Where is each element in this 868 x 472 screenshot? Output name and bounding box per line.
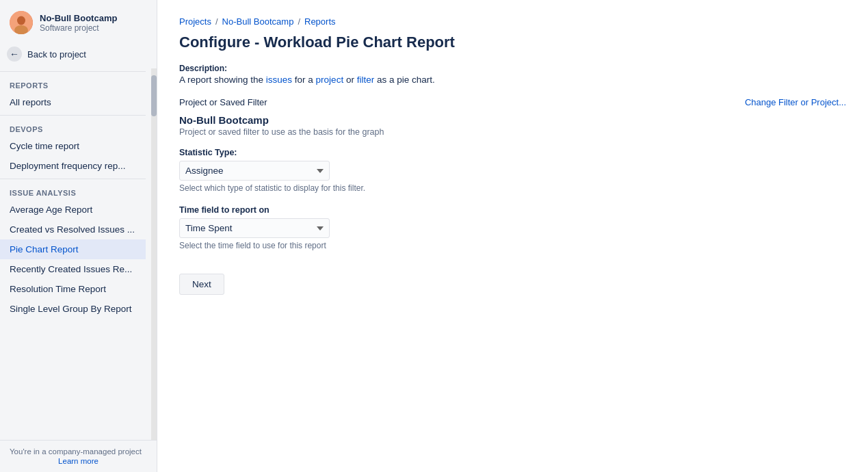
breadcrumb-project-name[interactable]: No-Bull Bootcamp bbox=[222, 16, 294, 27]
sidebar-item-single-level-group[interactable]: Single Level Group By Report bbox=[0, 299, 146, 319]
next-button[interactable]: Next bbox=[179, 274, 224, 295]
description-text: A report showing the issues for a projec… bbox=[179, 75, 846, 85]
back-label: Back to project bbox=[27, 49, 86, 60]
sidebar-scroll: Reports All reports DEVOPS Cycle time re… bbox=[0, 68, 151, 440]
main-content: Projects / No-Bull Bootcamp / Reports Co… bbox=[157, 0, 868, 472]
issue-analysis-section-heading: ISSUE ANALYSIS bbox=[0, 182, 146, 200]
sidebar: No-Bull Bootcamp Software project ← Back… bbox=[0, 0, 157, 472]
project-link[interactable]: project bbox=[316, 75, 344, 85]
sidebar-item-resolution-time[interactable]: Resolution Time Report bbox=[0, 279, 146, 299]
sidebar-item-pie-chart[interactable]: Pie Chart Report bbox=[0, 239, 146, 259]
sidebar-item-average-age[interactable]: Average Age Report bbox=[0, 200, 146, 220]
time-field-select[interactable]: Time Spent Remaining Estimate Original E… bbox=[179, 218, 330, 238]
sidebar-footer: You're in a company-managed project Lear… bbox=[0, 440, 157, 472]
breadcrumb-sep-2: / bbox=[298, 16, 300, 27]
filter-link[interactable]: filter bbox=[357, 75, 375, 85]
description-group: Description: A report showing the issues… bbox=[179, 64, 846, 85]
project-filter-label: Project or Saved Filter bbox=[179, 97, 267, 107]
back-icon: ← bbox=[7, 47, 22, 62]
selected-project-name: No-Bull Bootcamp bbox=[179, 114, 846, 126]
time-field-label: Time field to report on bbox=[179, 205, 846, 215]
footer-text: You're in a company-managed project bbox=[10, 447, 142, 456]
devops-section-heading: DEVOPS bbox=[0, 118, 146, 136]
project-filter-row: Project or Saved Filter Change Filter or… bbox=[179, 97, 846, 110]
page-title: Configure - Workload Pie Chart Report bbox=[179, 34, 846, 51]
issues-link[interactable]: issues bbox=[266, 75, 292, 85]
svg-point-1 bbox=[17, 16, 25, 25]
sidebar-project-info: No-Bull Bootcamp Software project bbox=[40, 13, 117, 33]
back-to-project[interactable]: ← Back to project bbox=[0, 42, 157, 68]
reports-section-heading: Reports bbox=[0, 75, 146, 92]
time-field-hint: Select the time field to use for this re… bbox=[179, 241, 846, 250]
breadcrumb-reports[interactable]: Reports bbox=[304, 16, 336, 27]
sidebar-item-recently-created[interactable]: Recently Created Issues Re... bbox=[0, 259, 146, 279]
divider-1 bbox=[0, 71, 146, 72]
project-subtext: Project or saved filter to use as the ba… bbox=[179, 127, 846, 137]
statistic-type-label: Statistic Type: bbox=[179, 148, 846, 157]
sidebar-item-created-vs-resolved[interactable]: Created vs Resolved Issues ... bbox=[0, 220, 146, 239]
statistic-hint: Select which type of statistic to displa… bbox=[179, 183, 846, 193]
breadcrumb-sep-1: / bbox=[215, 16, 218, 27]
description-label: Description: bbox=[179, 64, 846, 73]
breadcrumb-projects[interactable]: Projects bbox=[179, 16, 211, 27]
scrollbar-thumb[interactable] bbox=[151, 75, 157, 116]
sidebar-item-cycle-time[interactable]: Cycle time report bbox=[0, 136, 146, 156]
breadcrumb: Projects / No-Bull Bootcamp / Reports bbox=[179, 16, 846, 27]
change-filter-link[interactable]: Change Filter or Project... bbox=[745, 97, 846, 107]
avatar bbox=[10, 11, 33, 34]
project-name: No-Bull Bootcamp bbox=[40, 13, 117, 23]
learn-more-link[interactable]: Learn more bbox=[10, 457, 147, 465]
time-field-group: Time field to report on Time Spent Remai… bbox=[179, 205, 846, 250]
divider-3 bbox=[0, 179, 146, 179]
scrollbar-track[interactable] bbox=[151, 68, 157, 440]
statistic-type-group: Statistic Type: Assignee Component Fix V… bbox=[179, 148, 846, 193]
statistic-type-select[interactable]: Assignee Component Fix Version Priority … bbox=[179, 161, 330, 181]
project-type: Software project bbox=[40, 23, 117, 33]
sidebar-item-deployment-freq[interactable]: Deployment frequency rep... bbox=[0, 156, 146, 176]
divider-2 bbox=[0, 115, 146, 116]
sidebar-header: No-Bull Bootcamp Software project bbox=[0, 0, 157, 42]
sidebar-item-all-reports[interactable]: All reports bbox=[0, 92, 146, 112]
